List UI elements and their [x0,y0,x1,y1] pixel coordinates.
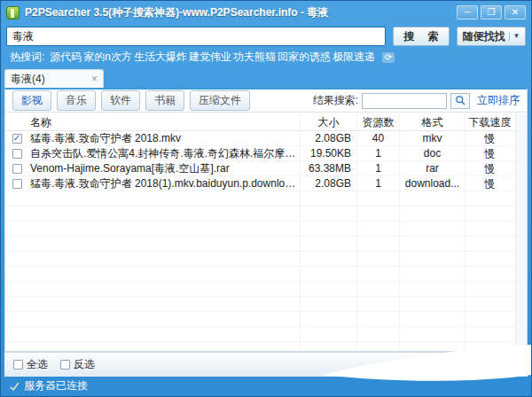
header-format[interactable]: 格式 [399,113,465,131]
file-format: doc [399,146,465,160]
sort-now-link[interactable]: 立即排序 [477,93,520,108]
connected-icon [9,381,20,392]
empty-table-row [5,191,527,206]
invert-select-control[interactable]: 反选 [60,357,95,372]
chevron-down-icon[interactable]: ▼ [509,32,520,41]
titlebar: P2PSearcher 3.5(种子搜索神器)-www.P2PSearcher.… [1,1,531,24]
search-magnifier-button[interactable] [450,93,470,109]
download-speed: 慢 [465,131,514,145]
file-name: 猛毒.毒液.致命守护者 2018.mkv [28,131,300,145]
header-speed[interactable]: 下载速度 [465,113,514,131]
header-name[interactable]: 名称 [28,113,300,131]
table-row[interactable]: 猛毒.毒液.致命守护者 2018(1).mkv.baiduyun.p.downl… [5,176,527,191]
resource-count: 1 [356,146,399,160]
empty-table-row [5,206,527,222]
invert-select-checkbox[interactable] [60,360,70,370]
random-search-label: 随便找找 [463,29,505,44]
file-name: Venom-Hajime.Sorayama[毒液.空山基].rar [28,161,300,175]
search-button[interactable]: 搜 索 [393,27,450,46]
resource-count: 1 [356,161,399,175]
window-title: P2PSearcher 3.5(种子搜索神器)-www.P2PSearcher.… [25,5,451,20]
empty-table-row [5,252,527,267]
resource-count: 1 [356,176,399,191]
download-speed: 慢 [465,176,514,191]
table-header: 名称 大小 资源数 格式 下载速度 [5,113,527,131]
empty-table-row [5,282,527,297]
random-search-button[interactable]: 随便找找 ▼ [457,27,526,46]
search-input[interactable] [6,27,386,46]
status-text: 服务器已连接 [24,378,88,393]
select-all-checkbox[interactable] [13,360,23,370]
hot-search-row: 热搜词: 源代码家的n次方生活大爆炸建党伟业功夫熊猫回家的诱惑极限速递 ⟳ [1,50,531,68]
results-table: 名称 大小 资源数 格式 下载速度 ✓猛毒.毒液.致命守护者 2018.mkv2… [5,113,527,351]
hot-word-link[interactable]: 建党伟业 [189,51,231,63]
table-body: ✓猛毒.毒液.致命守护者 2018.mkv2.08GB40mkv慢自杀突击队.爱… [5,131,527,372]
hot-word-link[interactable]: 生活大爆炸 [134,51,187,63]
hot-search-words: 源代码家的n次方生活大爆炸建党伟业功夫熊猫回家的诱惑极限速递 [50,50,377,65]
filter-button[interactable]: 书籍 [145,90,184,111]
file-name: 自杀突击队.爱情公寓4.封神传奇.毒液.奇幻森林.福尔摩斯.谍影重重5寒战2.惊… [28,146,300,160]
file-size: 19.50KB [300,146,356,160]
filter-button[interactable]: 压缩文件 [190,90,250,111]
filter-button[interactable]: 影视 [12,90,51,111]
refresh-icon[interactable]: ⟳ [382,52,395,63]
file-format: download... [399,176,465,191]
header-size[interactable]: 大小 [300,113,356,131]
results-panel: 影视音乐软件书籍压缩文件 结果搜索: 立即排序 名称 大小 资源数 格式 [4,88,528,352]
file-format: mkv [399,131,465,145]
result-search-input[interactable] [362,93,447,109]
download-speed: 慢 [465,146,514,160]
empty-table-row [5,297,527,312]
select-all-control[interactable]: 全选 [13,357,48,372]
table-row[interactable]: Venom-Hajime.Sorayama[毒液.空山基].rar63.38MB… [5,161,527,176]
select-all-label: 全选 [27,357,48,372]
row-checkbox[interactable]: ✓ [12,134,22,144]
header-resources[interactable]: 资源数 [356,113,399,131]
hot-word-link[interactable]: 源代码 [50,51,82,63]
file-name: 猛毒.毒液.致命守护者 2018(1).mkv.baiduyun.p.downl… [28,176,300,191]
magnifier-icon [455,95,466,106]
tab-result-viper[interactable]: 毒液(4) × [4,69,104,88]
empty-table-row [5,327,527,342]
minimize-button[interactable]: ─ [457,5,478,19]
status-bar: 服务器已连接 [2,377,530,395]
tab-close-icon[interactable]: × [91,74,98,84]
empty-table-row [5,267,527,282]
filter-button[interactable]: 软件 [101,90,140,111]
tab-strip: 毒液(4) × [1,68,531,88]
file-size: 2.08GB [300,176,356,191]
row-checkbox[interactable] [12,149,22,159]
hot-word-link[interactable]: 家的n次方 [83,51,132,63]
result-search-group: 结果搜索: 立即排序 [313,93,520,109]
row-checkbox[interactable] [12,164,22,174]
invert-select-label: 反选 [74,357,95,372]
hot-search-label: 热搜词: [10,50,44,65]
app-icon [6,6,20,19]
vertical-scrollbar[interactable] [515,113,527,351]
hot-word-link[interactable]: 功夫熊猫 [233,51,276,63]
result-search-label: 结果搜索: [313,93,358,108]
file-format: rar [399,161,465,175]
maximize-button[interactable]: ❐ [481,5,502,19]
table-row[interactable]: 自杀突击队.爱情公寓4.封神传奇.毒液.奇幻森林.福尔摩斯.谍影重重5寒战2.惊… [5,146,527,161]
filter-button[interactable]: 音乐 [57,90,96,111]
tab-label: 毒液(4) [11,72,91,87]
download-speed: 慢 [465,161,514,175]
search-bar: 搜 索 随便找找 ▼ [1,24,531,50]
close-button[interactable]: ✕ [505,5,526,19]
hot-word-link[interactable]: 极限速递 [332,51,375,63]
hot-word-link[interactable]: 回家的诱惑 [278,51,331,63]
row-checkbox[interactable] [12,179,22,189]
table-row[interactable]: ✓猛毒.毒液.致命守护者 2018.mkv2.08GB40mkv慢 [5,131,527,146]
file-size: 2.08GB [300,131,356,145]
resource-count: 40 [356,131,399,145]
selection-footer: 全选 反选 [4,352,528,377]
file-size: 63.38MB [300,161,356,175]
app-window: P2PSearcher 3.5(种子搜索神器)-www.P2PSearcher.… [0,0,532,397]
filter-row: 影视音乐软件书籍压缩文件 结果搜索: 立即排序 [5,90,527,113]
empty-table-row [5,237,527,252]
empty-table-row [5,312,527,327]
empty-table-row [5,222,527,237]
